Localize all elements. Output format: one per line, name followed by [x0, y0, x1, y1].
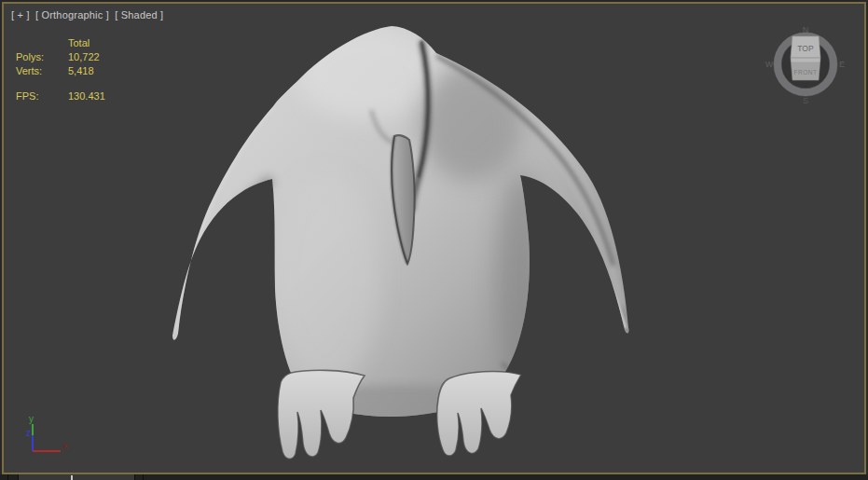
viewport-general-menu[interactable]: [ + ] — [11, 9, 30, 21]
penguin-right-foot — [437, 372, 521, 456]
statistics-overlay: Total Polys: 10,722 Verts: 5,418 FPS: 13… — [16, 36, 105, 103]
stats-blank — [16, 36, 57, 50]
viewcube-compass-east[interactable]: E — [839, 60, 845, 69]
penguin-model-render[interactable] — [2, 2, 866, 474]
world-axis-gizmo: y z x — [21, 413, 80, 458]
viewcube-top-label[interactable]: TOP — [797, 44, 814, 53]
viewport-pov-menu[interactable]: [ Orthographic ] — [35, 9, 109, 21]
stats-header-total: Total — [68, 36, 105, 50]
viewport-shading-menu[interactable]: [ Shaded ] — [115, 9, 163, 21]
stats-polys-label: Polys: — [16, 50, 57, 64]
stats-fps-value: 130.431 — [68, 89, 105, 103]
viewcube[interactable]: N E S W TOP FRONT — [764, 24, 849, 106]
viewcube-compass-south[interactable]: S — [803, 96, 808, 105]
x-axis-label: x — [63, 441, 68, 450]
y-axis-label: y — [29, 414, 34, 424]
viewcube-front-top-bevel — [792, 59, 820, 62]
viewcube-cube[interactable]: TOP FRONT — [791, 36, 820, 80]
viewport-orthographic[interactable]: [ + ] [ Orthographic ] [ Shaded ] Total … — [2, 2, 866, 474]
application-window: [ + ] [ Orthographic ] [ Shaded ] Total … — [0, 0, 868, 480]
track-bar-strip[interactable] — [0, 474, 868, 480]
track-bar-divider — [7, 474, 8, 480]
stats-verts-value: 5,418 — [68, 64, 105, 78]
time-slider[interactable] — [18, 474, 135, 480]
stats-polys-value: 10,722 — [68, 50, 105, 64]
z-axis-label: z — [26, 428, 31, 438]
current-frame-tick — [71, 475, 73, 480]
viewcube-compass-north[interactable]: N — [803, 25, 809, 34]
viewcube-compass-west[interactable]: W — [765, 60, 774, 69]
stats-fps-label: FPS: — [16, 89, 57, 103]
penguin-left-foot — [278, 370, 365, 459]
viewport-label: [ + ] [ Orthographic ] [ Shaded ] — [11, 9, 166, 21]
track-bar-divider — [143, 474, 144, 480]
viewcube-front-label[interactable]: FRONT — [794, 69, 818, 75]
stats-verts-label: Verts: — [16, 64, 57, 78]
